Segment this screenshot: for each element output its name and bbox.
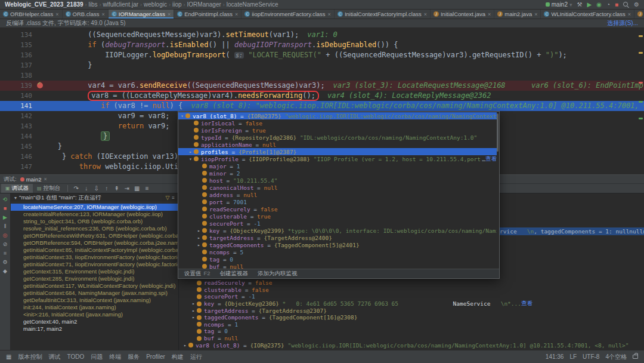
- pin-icon[interactable]: ◆: [3, 268, 7, 275]
- line-number[interactable]: 143: [0, 121, 37, 131]
- choose-sources-link[interactable]: 选择源(S)...: [607, 19, 638, 27]
- thread-dump-icon[interactable]: ≡: [4, 250, 7, 257]
- variable-row[interactable]: ▸key = {ObjectKey@2306} * 0: 4e61 6d65 5…: [181, 300, 644, 307]
- stack-frame[interactable]: getContext:285, Environment (weblogic.jn…: [11, 275, 178, 282]
- expander-icon[interactable]: ▸: [196, 242, 202, 248]
- breadcrumb-item[interactable]: iiop: [172, 1, 182, 8]
- expander-icon[interactable]: ▸: [188, 149, 193, 155]
- layout-grid-icon[interactable]: ▦: [6, 353, 11, 360]
- breadcrumb-item[interactable]: weblogic: [144, 1, 167, 8]
- stop-icon[interactable]: ■: [4, 205, 7, 212]
- stack-frame[interactable]: getInitialContext:684, NamingManager (ja…: [11, 290, 178, 297]
- line-number[interactable]: 137: [0, 60, 37, 70]
- statusbar-item[interactable]: 4个空格: [605, 353, 627, 361]
- variable-row[interactable]: address = null: [178, 191, 497, 198]
- editor-tab[interactable]: CiiopEnvironmentFactory.class×: [242, 10, 335, 19]
- variable-row[interactable]: ▾iiopProfile = {IIOPProfile@2388} "IIOP …: [178, 155, 497, 162]
- editor-tab[interactable]: CInitialContextFactoryImpl.class×: [335, 10, 431, 19]
- rerun-icon[interactable]: ⟲: [3, 196, 8, 203]
- editor-tab[interactable]: CORB.class×: [63, 10, 109, 19]
- variable-row[interactable]: minor = 2: [178, 170, 497, 177]
- stack-frame[interactable]: getContext:40, main2: [11, 318, 178, 325]
- line-number[interactable]: 144: [0, 131, 37, 141]
- variable-row[interactable]: readSecurely = false: [178, 205, 497, 213]
- variable-row[interactable]: readSecurely = false: [181, 279, 644, 287]
- filter-funnel-icon[interactable]: ▽: [165, 195, 169, 201]
- popup-action[interactable]: 添加为内联监视: [258, 270, 298, 278]
- force-step-into-icon[interactable]: ⇩: [91, 185, 101, 192]
- breadcrumb-item[interactable]: libs: [89, 1, 98, 8]
- popup-scrollbar[interactable]: [497, 113, 499, 152]
- variable-row[interactable]: ▸var8 (slot_8) = {IOR@2375} "weblogic.ii…: [181, 342, 644, 349]
- resume-icon[interactable]: ▶: [3, 214, 7, 221]
- stack-frame[interactable]: main:17, main2: [11, 325, 178, 333]
- expander-icon[interactable]: ▸: [196, 235, 202, 241]
- editor-tab[interactable]: JNamingManager.java×: [634, 10, 644, 19]
- stack-frame[interactable]: locateNameService:207, IORManager (weblo…: [11, 204, 178, 211]
- stack-frame[interactable]: getORBReferenceWithRetry:631, ORBHelper …: [11, 232, 178, 239]
- variable-row[interactable]: buf = null: [181, 335, 644, 342]
- variable-row[interactable]: iorIsLocal = false: [178, 119, 497, 127]
- variable-row[interactable]: ncomps = 5: [178, 248, 497, 256]
- variable-row[interactable]: major = 1: [178, 162, 497, 170]
- statusbar-item[interactable]: LF: [569, 353, 577, 360]
- expander-icon[interactable]: ▾: [188, 156, 193, 162]
- statusbar-item[interactable]: 构建: [172, 353, 184, 361]
- statusbar-item[interactable]: 服务: [128, 353, 140, 361]
- close-icon[interactable]: ×: [534, 11, 537, 17]
- statusbar-item[interactable]: 终端: [109, 353, 121, 361]
- statusbar-item[interactable]: 问题: [91, 353, 103, 361]
- debug-view-tab[interactable]: ▤控制台: [33, 184, 64, 193]
- view-link[interactable]: 查看: [485, 155, 497, 162]
- more-options-icon[interactable]: ≡: [142, 185, 152, 192]
- close-icon[interactable]: ×: [168, 11, 171, 17]
- expander-icon[interactable]: ▸: [191, 315, 196, 320]
- pause-icon[interactable]: ‖: [4, 223, 7, 230]
- statusbar-item[interactable]: 141:36: [546, 353, 564, 360]
- variable-row[interactable]: ▾var8 (slot_8) = {IOR@2375} "weblogic.ii…: [178, 112, 497, 119]
- variable-row[interactable]: securePort = -1: [181, 293, 644, 300]
- variable-row[interactable]: applicationName = null: [178, 141, 497, 148]
- readonly-lock-icon[interactable]: [633, 355, 638, 359]
- line-number[interactable]: 147: [0, 162, 37, 172]
- editor-tab[interactable]: CWLInitialContextFactory.class×: [541, 10, 634, 19]
- run-to-cursor-icon[interactable]: ⇥: [122, 185, 132, 192]
- line-number[interactable]: 146: [0, 152, 37, 162]
- line-number[interactable]: 138: [0, 70, 37, 81]
- step-over-icon[interactable]: ↷: [71, 185, 81, 192]
- stack-frame[interactable]: getInitialContext:85, InitialContextFact…: [11, 247, 178, 254]
- statusbar-item[interactable]: UTF-8: [583, 353, 599, 360]
- close-icon[interactable]: ×: [424, 11, 427, 17]
- drop-frame-icon[interactable]: ⇞: [112, 185, 122, 192]
- line-number[interactable]: 141: [0, 101, 37, 111]
- statusbar-item[interactable]: 调试: [48, 353, 60, 361]
- line-number[interactable]: 140: [0, 91, 37, 101]
- variable-row[interactable]: buf = null: [178, 263, 497, 269]
- popup-action[interactable]: 创建监视器: [220, 270, 249, 278]
- variable-row[interactable]: ▸targetAddress = {TargetAddress@2307}: [181, 307, 644, 314]
- search-icon[interactable]: [623, 2, 629, 8]
- stack-frame[interactable]: <init>:216, InitialContext (javax.naming…: [11, 311, 178, 318]
- variable-row[interactable]: tag = 0: [178, 256, 497, 263]
- stack-frame[interactable]: getInitialContext:117, WLInitialContextF…: [11, 282, 178, 290]
- variable-row[interactable]: host = "10.211.55.4": [178, 177, 497, 184]
- code-line[interactable]: 138: [0, 70, 644, 81]
- close-icon[interactable]: ×: [235, 11, 238, 17]
- line-number[interactable]: 142: [0, 111, 37, 121]
- expander-icon[interactable]: ▸: [196, 228, 202, 233]
- debug-session-tab[interactable]: main2 ×: [20, 176, 47, 183]
- view-breakpoints-icon[interactable]: ◎: [3, 232, 8, 239]
- view-link[interactable]: 查看: [521, 300, 532, 307]
- expander-icon[interactable]: ▸: [191, 308, 196, 313]
- code-line[interactable]: 134((SequencedRequestMessage)var3).setTi…: [0, 30, 644, 40]
- breadcrumb-item[interactable]: wlfullclient.jar: [103, 1, 138, 8]
- breadcrumb-item[interactable]: Weblogic_CVE_2023_21839: [5, 1, 83, 8]
- settings-gear-icon[interactable]: ⚙: [634, 2, 639, 8]
- expander-icon[interactable]: ▸: [191, 301, 196, 306]
- variable-row[interactable]: ▸taggedComponents = {TaggedComponent[5]@…: [178, 241, 497, 248]
- menu-icon[interactable]: ≡: [172, 195, 175, 201]
- stop-icon[interactable]: ■: [615, 2, 618, 8]
- debug-icon[interactable]: ◉: [596, 2, 602, 8]
- variable-row[interactable]: clusterable = true: [178, 213, 497, 220]
- variable-row[interactable]: ▸taggedComponents = {TaggedComponent[16]…: [181, 314, 644, 321]
